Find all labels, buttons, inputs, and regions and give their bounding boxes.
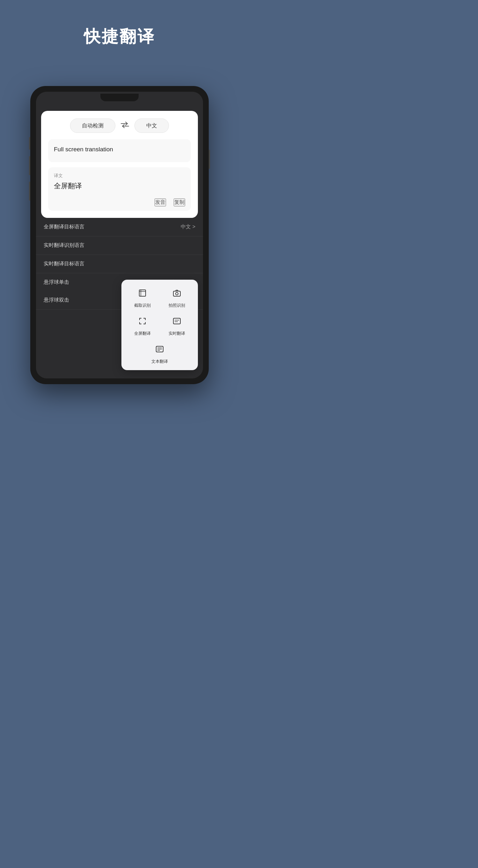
settings-row-label: 全屏翻译目标语言 — [44, 224, 85, 230]
language-selector: 自动检测 中文 — [48, 119, 191, 133]
power-button — [209, 150, 210, 169]
quick-action-label: 截取识别 — [134, 303, 151, 308]
swap-language-icon[interactable] — [120, 122, 129, 130]
screen-top-bar — [36, 92, 203, 108]
settings-row-realtime-source[interactable]: 实时翻译识别语言 — [36, 236, 203, 255]
quick-action-label: 文本翻译 — [151, 359, 168, 364]
svg-rect-1 — [173, 291, 180, 296]
quick-action-fullscreen[interactable]: 全屏翻译 — [126, 313, 158, 336]
input-text: Full screen translation — [54, 146, 113, 153]
svg-point-2 — [176, 292, 178, 295]
quick-actions-popup: 截取识别 拍照识别 — [121, 280, 198, 370]
svg-rect-0 — [139, 290, 146, 296]
quick-action-label: 全屏翻译 — [134, 331, 151, 336]
settings-row-label: 悬浮球双击 — [44, 297, 69, 304]
quick-action-label: 拍照识别 — [169, 303, 185, 308]
settings-row-label: 实时翻译识别语言 — [44, 242, 85, 249]
target-language-button[interactable]: 中文 — [135, 119, 169, 133]
crop-icon — [135, 285, 150, 301]
copy-button[interactable]: 复制 — [174, 198, 185, 207]
svg-rect-3 — [173, 318, 180, 324]
text-translate-icon — [152, 341, 167, 357]
pronounce-button[interactable]: 发音 — [154, 198, 166, 207]
result-actions: 发音 复制 — [54, 198, 185, 207]
settings-row-value: 中文 > — [181, 224, 195, 230]
input-area[interactable]: Full screen translation — [48, 139, 191, 162]
result-label: 译文 — [54, 173, 185, 179]
quick-action-label: 实时翻译 — [169, 331, 185, 336]
settings-list: 全屏翻译目标语言 中文 > 实时翻译识别语言 实时翻译目标语言 悬浮球单击 功能… — [36, 218, 203, 375]
realtime-icon — [169, 313, 184, 329]
quick-action-camera[interactable]: 拍照识别 — [161, 285, 193, 308]
quick-action-crop[interactable]: 截取识别 — [126, 285, 158, 308]
page-title: 快捷翻译 — [84, 26, 155, 48]
volume-up-button — [29, 156, 30, 175]
translation-card: 自动检测 中文 Full screen translation 译文 — [41, 111, 198, 218]
settings-row-realtime-target[interactable]: 实时翻译目标语言 — [36, 255, 203, 273]
phone-screen: 自动检测 中文 Full screen translation 译文 — [36, 92, 203, 378]
quick-action-realtime[interactable]: 实时翻译 — [161, 313, 193, 336]
settings-row-fullscreen-target[interactable]: 全屏翻译目标语言 中文 > — [36, 218, 203, 236]
result-area: 译文 全屏翻译 发音 复制 — [48, 167, 191, 211]
quick-action-text[interactable]: 文本翻译 — [151, 341, 168, 364]
settings-row-label: 实时翻译目标语言 — [44, 260, 85, 267]
settings-row-label: 悬浮球单击 — [44, 279, 69, 286]
phone-frame: 自动检测 中文 Full screen translation 译文 — [30, 86, 209, 384]
volume-down-button — [29, 182, 30, 201]
mute-button — [29, 137, 30, 150]
source-language-button[interactable]: 自动检测 — [70, 119, 115, 133]
camera-icon — [169, 285, 184, 301]
result-text: 全屏翻译 — [54, 181, 185, 191]
fullscreen-icon — [135, 313, 150, 329]
